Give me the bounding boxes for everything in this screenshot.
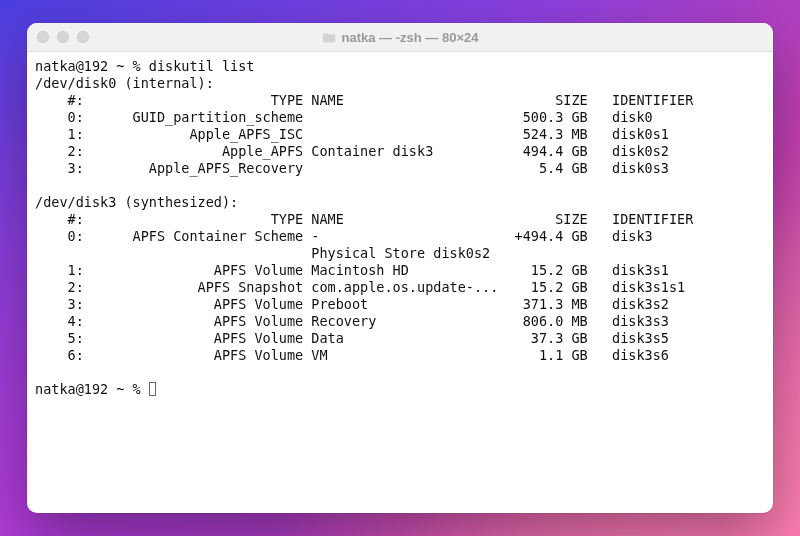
close-icon[interactable] (37, 31, 49, 43)
zoom-icon[interactable] (77, 31, 89, 43)
window-title-text: natka — -zsh — 80×24 (342, 30, 479, 45)
window-title: natka — -zsh — 80×24 (27, 30, 773, 45)
terminal-output[interactable]: natka@192 ~ % diskutil list /dev/disk0 (… (27, 52, 773, 513)
folder-icon (322, 31, 336, 44)
minimize-icon[interactable] (57, 31, 69, 43)
traffic-lights (37, 31, 89, 43)
desktop-background: natka — -zsh — 80×24 natka@192 ~ % disku… (0, 0, 800, 536)
window-titlebar[interactable]: natka — -zsh — 80×24 (27, 23, 773, 52)
cursor (149, 382, 156, 396)
terminal-window: natka — -zsh — 80×24 natka@192 ~ % disku… (27, 23, 773, 513)
